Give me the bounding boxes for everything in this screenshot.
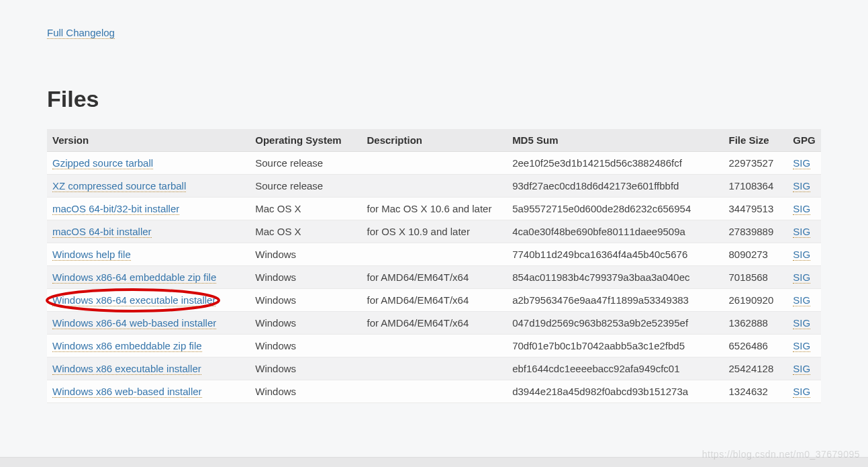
table-row: Windows x86-64 embeddable zip fileWindow… [47,266,821,289]
cell-filesize: 6526486 [724,335,788,357]
cell-md5: d3944e218a45d982f0abcd93b151273a [507,380,723,403]
cell-filesize: 1362888 [724,312,788,335]
version-link[interactable]: Gzipped source tarball [52,157,153,169]
cell-gpg: SIG [787,220,821,243]
cell-os: Windows [250,266,361,289]
cell-gpg: SIG [787,243,821,266]
cell-md5: 7740b11d249bca16364f4a45b40c5676 [507,243,723,266]
table-row: Windows help fileWindows7740b11d249bca16… [47,243,821,266]
cell-gpg: SIG [787,335,821,357]
table-row: Windows x86 web-based installerWindowsd3… [47,380,821,403]
version-link[interactable]: Windows x86 web-based installer [52,386,202,398]
cell-os: Windows [250,357,361,380]
cell-gpg: SIG [787,312,821,335]
col-header-md5: MD5 Sum [507,129,723,152]
cell-description: for AMD64/EM64T/x64 [362,312,508,335]
version-link[interactable]: Windows x86-64 web-based installer [52,317,216,329]
cell-version: Windows x86-64 embeddable zip file [47,266,250,289]
cell-os: Windows [250,380,361,403]
cell-description [362,152,508,175]
cell-filesize: 17108364 [724,175,788,198]
table-row: macOS 64-bit/32-bit installerMac OS Xfor… [47,198,821,220]
version-link[interactable]: macOS 64-bit/32-bit installer [52,203,179,215]
table-row: Windows x86 embeddable zip fileWindows70… [47,335,821,357]
cell-os: Mac OS X [250,220,361,243]
table-row: macOS 64-bit installerMac OS Xfor OS X 1… [47,220,821,243]
cell-md5: 2ee10f25e3d1b14215d56c3882486fcf [507,152,723,175]
gpg-sig-link[interactable]: SIG [793,317,810,329]
cell-md5: 4ca0e30f48be690bfe80111daee9509a [507,220,723,243]
cell-filesize: 8090273 [724,243,788,266]
cell-filesize: 34479513 [724,198,788,220]
cell-gpg: SIG [787,152,821,175]
gpg-sig-link[interactable]: SIG [793,340,810,352]
gpg-sig-link[interactable]: SIG [793,363,810,375]
cell-version: Windows x86-64 web-based installer [47,312,250,335]
cell-gpg: SIG [787,266,821,289]
col-header-os: Operating System [250,129,361,152]
cell-version: Windows x86 web-based installer [47,380,250,403]
files-table: Version Operating System Description MD5… [47,129,821,403]
gpg-sig-link[interactable]: SIG [793,180,810,192]
cell-description [362,380,508,403]
cell-filesize: 27839889 [724,220,788,243]
cell-os: Windows [250,243,361,266]
table-row: Windows x86-64 web-based installerWindow… [47,312,821,335]
gpg-sig-link[interactable]: SIG [793,271,810,284]
cell-description [362,175,508,198]
table-header-row: Version Operating System Description MD5… [47,129,821,152]
col-header-filesize: File Size [724,129,788,152]
gpg-sig-link[interactable]: SIG [793,386,810,398]
version-link[interactable]: Windows help file [52,249,131,261]
table-row: Gzipped source tarballSource release2ee1… [47,152,821,175]
cell-filesize: 26190920 [724,289,788,312]
full-changelog-link[interactable]: Full Changelog [47,27,115,39]
version-link[interactable]: Windows x86 executable installer [52,363,201,375]
cell-os: Source release [250,175,361,198]
gpg-sig-link[interactable]: SIG [793,226,810,238]
cell-filesize: 22973527 [724,152,788,175]
version-link[interactable]: Windows x86-64 embeddable zip file [52,271,216,284]
col-header-description: Description [362,129,508,152]
cell-description [362,357,508,380]
version-link[interactable]: Windows x86-64 executable installer [52,294,215,306]
cell-version: macOS 64-bit/32-bit installer [47,198,250,220]
cell-filesize: 25424128 [724,357,788,380]
cell-md5: 93df27aec0cd18d6d42173e601ffbbfd [507,175,723,198]
cell-md5: 70df01e7b0c1b7042aabb5a3c1e2fbd5 [507,335,723,357]
table-row: Windows x86 executable installerWindowse… [47,357,821,380]
cell-description [362,335,508,357]
cell-md5: 5a95572715e0d600de28d6232c656954 [507,198,723,220]
table-row: XZ compressed source tarballSource relea… [47,175,821,198]
cell-version: Gzipped source tarball [47,152,250,175]
version-link[interactable]: XZ compressed source tarball [52,180,186,192]
version-link[interactable]: macOS 64-bit installer [52,226,152,238]
files-heading: Files [47,86,821,112]
gpg-sig-link[interactable]: SIG [793,249,810,261]
cell-description: for AMD64/EM64T/x64 [362,266,508,289]
cell-gpg: SIG [787,380,821,403]
cell-gpg: SIG [787,198,821,220]
cell-os: Windows [250,312,361,335]
cell-gpg: SIG [787,289,821,312]
gpg-sig-link[interactable]: SIG [793,157,810,169]
cell-md5: a2b79563476e9aa47f11899a53349383 [507,289,723,312]
cell-version: Windows x86 embeddable zip file [47,335,250,357]
cell-description: for OS X 10.9 and later [362,220,508,243]
cell-md5: 047d19d2569c963b8253a9b2e52395ef [507,312,723,335]
cell-version: Windows x86 executable installer [47,357,250,380]
gpg-sig-link[interactable]: SIG [793,294,810,306]
cell-gpg: SIG [787,175,821,198]
cell-version: macOS 64-bit installer [47,220,250,243]
col-header-gpg: GPG [787,129,821,152]
cell-description: for AMD64/EM64T/x64 [362,289,508,312]
cell-description: for Mac OS X 10.6 and later [362,198,508,220]
cell-version: Windows x86-64 executable installer [47,289,250,312]
cell-version: XZ compressed source tarball [47,175,250,198]
cell-os: Source release [250,152,361,175]
gpg-sig-link[interactable]: SIG [793,203,810,215]
col-header-version: Version [47,129,250,152]
table-row: Windows x86-64 executable installerWindo… [47,289,821,312]
version-link[interactable]: Windows x86 embeddable zip file [52,340,202,352]
cell-md5: 854ac011983b4c799379a3baa3a040ec [507,266,723,289]
